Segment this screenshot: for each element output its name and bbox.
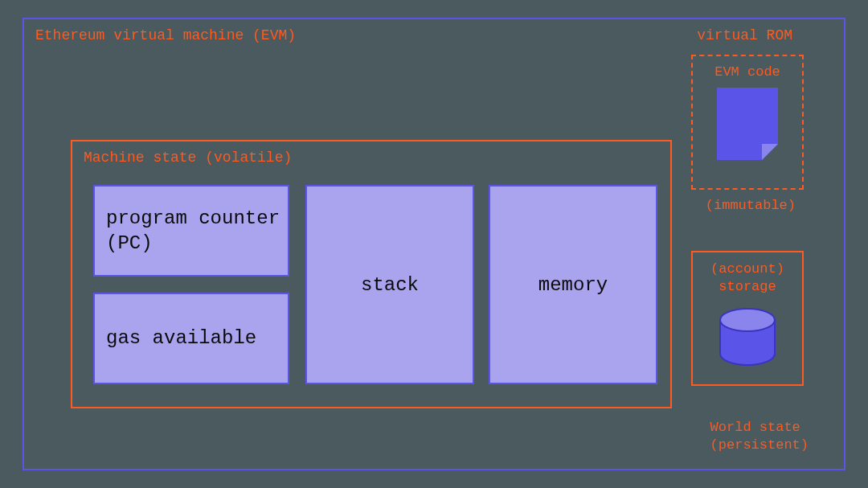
svg-point-4 bbox=[720, 309, 775, 331]
world-state-label: World state (persistent) bbox=[710, 419, 809, 454]
immutable-label: (immutable) bbox=[706, 198, 796, 213]
memory-label: memory bbox=[538, 274, 608, 296]
machine-state-title: Machine state (volatile) bbox=[84, 150, 292, 166]
rom-box: EVM code bbox=[691, 55, 804, 190]
stack-box: stack bbox=[305, 185, 474, 384]
evm-title: Ethereum virtual machine (EVM) bbox=[35, 27, 296, 43]
program-counter-box: program counter (PC) bbox=[93, 185, 289, 277]
gas-available-box: gas available bbox=[93, 293, 289, 384]
storage-box: (account) storage bbox=[691, 251, 804, 386]
rom-box-label: EVM code bbox=[701, 64, 794, 80]
program-counter-label: program counter (PC) bbox=[106, 206, 288, 256]
document-icon bbox=[717, 88, 778, 160]
memory-box: memory bbox=[489, 185, 657, 384]
storage-label: (account) storage bbox=[701, 260, 794, 296]
gas-available-label: gas available bbox=[106, 326, 256, 351]
machine-state-container: Machine state (volatile) program counter… bbox=[71, 140, 672, 408]
cylinder-icon bbox=[719, 307, 776, 363]
evm-container: Ethereum virtual machine (EVM) virtual R… bbox=[23, 18, 845, 470]
stack-label: stack bbox=[361, 274, 419, 296]
virtual-rom-label: virtual ROM bbox=[697, 27, 792, 43]
